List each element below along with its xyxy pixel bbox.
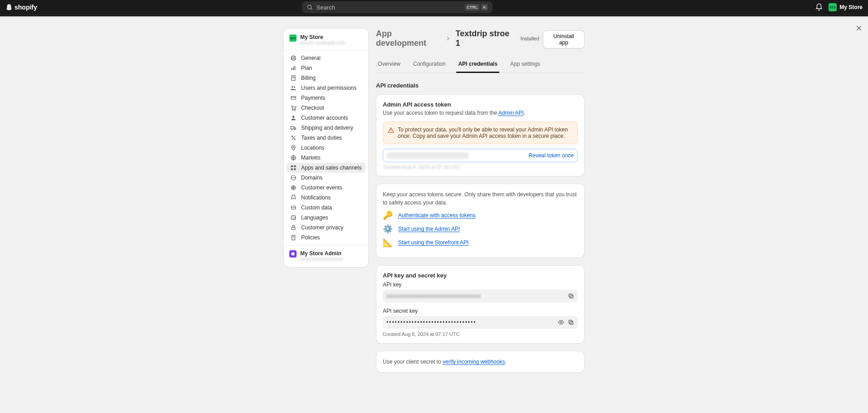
breadcrumb-root[interactable]: App development [376,29,440,48]
sidebar-item-apps[interactable]: Apps and sales channels [287,163,366,173]
breadcrumb: App development Textdrip stroe 1 Install… [376,28,543,51]
svg-rect-7 [294,66,295,70]
svg-rect-43 [292,253,295,256]
secret-key-value: •••••••••••••••••••••••••••••••• [386,319,476,326]
svg-point-15 [293,110,293,111]
sidebar-item-billing[interactable]: Billing [287,73,366,83]
language-icon: Aあ [290,214,297,221]
svg-rect-29 [294,168,296,170]
target-icon [290,185,297,191]
close-icon [855,24,863,32]
svg-rect-46 [570,295,573,298]
svg-text:Aあ: Aあ [292,216,296,219]
close-settings-button[interactable] [853,22,865,34]
svg-point-48 [560,321,562,323]
verify-webhooks-link[interactable]: verify incoming webhooks [443,359,505,365]
svg-rect-50 [569,320,572,323]
sidebar-item-domains[interactable]: Domains [287,173,366,183]
sidebar-item-privacy[interactable]: Customer privacy [287,223,366,233]
secret-key-field: •••••••••••••••••••••••••••••••• [383,316,578,329]
person-icon [290,115,297,121]
api-key-value: xxxxxxxxxxxxxxxxxxxxxxxxxxxxxxxx [386,293,481,299]
search-placeholder: Search [317,4,335,11]
sidebar-item-general[interactable]: General [287,53,366,63]
svg-point-12 [294,87,295,88]
data-icon [290,204,297,211]
link-admin-api[interactable]: Start using the Admin API [398,226,460,232]
warning-icon [388,127,394,139]
sidebar-item-custom-data[interactable]: Custom data [287,203,366,213]
sidebar-item-notifications[interactable]: Notifications [287,193,366,203]
breadcrumb-app-name: Textdrip stroe 1 [456,29,512,48]
reveal-token-button[interactable]: Reveal token once [529,152,574,159]
section-api-credentials-title: API credentials [376,82,585,89]
svg-point-20 [294,129,295,130]
svg-rect-28 [291,168,293,170]
sidebar-item-shipping[interactable]: Shipping and delivery [287,123,366,133]
sidebar-store-domain: xxxxxx.myshopify.com [300,40,345,45]
token-created-at: Created Aug 8, 2024 at 07:18 UTC [383,164,578,170]
svg-line-1 [311,9,312,10]
sidebar-item-policies[interactable]: Policies [287,233,366,243]
tab-app-settings[interactable]: App settings [508,57,542,73]
uninstall-app-button[interactable]: Uninstall app [543,30,585,49]
keys-title: API key and secret key [383,272,578,279]
svg-point-16 [295,110,296,111]
svg-rect-18 [291,126,294,129]
tab-configuration[interactable]: Configuration [411,57,447,73]
copy-secret-icon[interactable] [568,319,574,326]
bell-small-icon [290,194,297,201]
svg-rect-27 [294,165,296,167]
api-keys-card: API key and secret key API key xxxxxxxxx… [376,265,585,344]
sidebar-nav: General Plan Billing Users and permissio… [284,50,368,245]
search-icon [307,4,313,10]
docs-links-card: Keep your access tokens secure. Only sha… [376,184,585,258]
sidebar-item-users[interactable]: Users and permissions [287,83,366,93]
tab-overview[interactable]: Overview [376,57,402,73]
store-avatar: MS [829,3,837,11]
doc-icon [290,234,297,241]
sidebar-store-header[interactable]: MS My Store xxxxxx.myshopify.com [284,29,368,50]
storefront-doc-icon: 📐 [383,238,393,248]
bell-icon[interactable] [815,3,823,11]
tab-api-credentials[interactable]: API credentials [456,57,499,73]
token-masked-value [387,152,468,159]
store-switcher[interactable]: MS My Store [829,3,863,11]
globe-icon [290,155,297,161]
copy-api-key-icon[interactable] [568,293,574,299]
svg-point-11 [292,86,293,88]
sidebar-item-locations[interactable]: Locations [287,143,366,153]
sidebar-item-customer-events[interactable]: Customer events [287,183,366,193]
sidebar-item-taxes[interactable]: Taxes and duties [287,133,366,143]
webhooks-text: Use your client secret to verify incomin… [383,358,578,366]
api-key-label: API key [383,282,578,288]
shopify-logo[interactable]: shopify [5,4,37,11]
secret-key-label: API secret key [383,308,578,314]
sidebar-item-customer-accounts[interactable]: Customer accounts [287,113,366,123]
app-tabs: Overview Configuration API credentials A… [376,57,585,73]
gear-doc-icon: ⚙️ [383,224,393,234]
link-storefront-api-row: 📐 Start using the Storefront API [383,238,578,248]
store-name: My Store [839,4,863,10]
svg-rect-26 [291,165,293,167]
chevron-right-icon [445,35,451,42]
sidebar-footer-account[interactable]: My Store Admin xxxxxxxxxxxxxxxxxxx [284,245,368,267]
link-auth-tokens-row: 🔑 Authenticate with access tokens [383,210,578,220]
admin-name: My Store Admin [300,250,343,257]
sidebar-item-markets[interactable]: Markets [287,153,366,163]
sidebar-item-checkout[interactable]: Checkout [287,103,366,113]
sidebar-item-plan[interactable]: Plan [287,63,366,73]
sidebar-store-avatar: MS [289,34,297,42]
svg-point-19 [292,129,293,130]
global-search[interactable]: Search CTRL K [302,1,493,13]
sidebar-item-payments[interactable]: Payments [287,93,366,103]
users-icon [290,85,297,91]
admin-api-link[interactable]: Admin API [498,110,524,116]
admin-email: xxxxxxxxxxxxxxxxxxx [300,257,343,262]
link-auth-tokens[interactable]: Authenticate with access tokens [398,212,476,219]
link-storefront-api[interactable]: Start using the Storefront API [398,239,468,246]
sidebar-item-languages[interactable]: AあLanguages [287,213,366,223]
cart-icon [290,105,297,111]
svg-point-0 [307,5,311,9]
show-secret-icon[interactable] [558,319,564,326]
